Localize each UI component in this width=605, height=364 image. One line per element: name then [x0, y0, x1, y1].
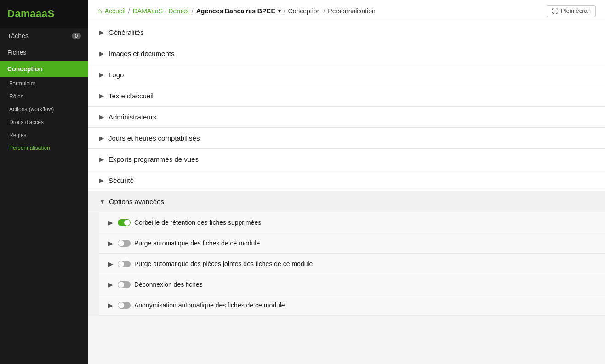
sub-label-deconnexion: Déconnexion des fiches — [134, 281, 203, 288]
breadcrumb: ⌂ Accueil / DAMAaaS - Demos / Agences Ba… — [97, 7, 376, 15]
section-group-options: ▼ Options avancées ▶ Corbeille de rétent… — [88, 191, 605, 316]
section-label-options: Options avancées — [109, 198, 164, 205]
breadcrumb-sep-2: / — [192, 7, 194, 15]
content-area: ▶ Généralités ▶ Images et documents ▶ Lo… — [88, 22, 605, 364]
section-images[interactable]: ▶ Images et documents — [88, 43, 605, 64]
toggle-purge-pj[interactable] — [118, 261, 131, 267]
chevron-right-icon: ▶ — [108, 302, 114, 309]
sub-section-purge-pj[interactable]: ▶ Purge automatique des pièces jointes d… — [99, 254, 605, 274]
chevron-right-icon: ▶ — [99, 71, 105, 78]
section-jours[interactable]: ▶ Jours et heures comptabilisés — [88, 128, 605, 149]
logo-accent: aaS — [36, 8, 55, 19]
chevron-right-icon: ▶ — [108, 240, 114, 247]
logo-main: Dama — [7, 8, 36, 19]
sidebar-sub-droits[interactable]: Droits d'accès — [0, 116, 88, 129]
sidebar-item-conception[interactable]: Conception — [0, 61, 88, 77]
section-list: ▶ Généralités ▶ Images et documents ▶ Lo… — [88, 22, 605, 316]
main-area: ⌂ Accueil / DAMAaaS - Demos / Agences Ba… — [88, 0, 605, 364]
toggle-anonymisation[interactable] — [118, 302, 131, 309]
sub-label-corbeille: Corbeille de rétention des fiches suppri… — [134, 219, 261, 226]
logo-area: DamaaaS — [0, 0, 88, 28]
toggle-purge-fiches[interactable] — [118, 240, 131, 247]
chevron-down-icon: ▼ — [99, 198, 105, 205]
sidebar-nav: Tâches 0 Fiches Conception Formulaire Rô… — [0, 28, 88, 154]
breadcrumb-sep-1: / — [128, 7, 130, 15]
dropdown-arrow-icon[interactable]: ▾ — [278, 8, 281, 14]
sub-section-corbeille[interactable]: ▶ Corbeille de rétention des fiches supp… — [99, 212, 605, 233]
chevron-right-icon: ▶ — [99, 50, 105, 57]
section-administrateurs[interactable]: ▶ Administrateurs — [88, 107, 605, 128]
section-label-administrateurs: Administrateurs — [108, 113, 156, 121]
chevron-right-icon: ▶ — [108, 281, 114, 288]
fullscreen-label: Plein écran — [561, 7, 591, 14]
sub-section-deconnexion[interactable]: ▶ Déconnexion des fiches — [99, 274, 605, 295]
sub-section-list: ▶ Corbeille de rétention des fiches supp… — [88, 212, 605, 316]
section-label-logo: Logo — [108, 71, 124, 79]
sidebar-item-taches[interactable]: Tâches 0 — [0, 28, 88, 44]
chevron-right-icon: ▶ — [99, 177, 105, 184]
chevron-right-icon: ▶ — [99, 156, 105, 163]
sidebar-label-fiches: Fiches — [7, 49, 26, 56]
breadcrumb-sep-3: / — [284, 7, 285, 15]
breadcrumb-home-link[interactable]: Accueil — [105, 7, 126, 15]
chevron-right-icon: ▶ — [99, 92, 105, 99]
toggle-deconnexion[interactable] — [118, 281, 131, 288]
section-label-images: Images et documents — [108, 50, 174, 57]
sidebar-sub-regles[interactable]: Règles — [0, 129, 88, 142]
toggle-corbeille[interactable] — [118, 219, 131, 226]
breadcrumb-demos-link[interactable]: DAMAaaS - Demos — [133, 7, 189, 15]
fullscreen-button[interactable]: ⛶ Plein écran — [547, 5, 596, 17]
section-texte[interactable]: ▶ Texte d'accueil — [88, 85, 605, 107]
sidebar-label-taches: Tâches — [7, 32, 29, 40]
section-logo[interactable]: ▶ Logo — [88, 64, 605, 85]
sidebar-label-conception: Conception — [7, 65, 43, 73]
breadcrumb-page: Personnalisation — [328, 7, 376, 15]
sub-label-purge-fiches: Purge automatique des fiches de ce modul… — [134, 239, 260, 247]
chevron-right-icon: ▶ — [99, 114, 105, 120]
section-generalites[interactable]: ▶ Généralités — [88, 22, 605, 43]
chevron-right-icon: ▶ — [108, 261, 114, 267]
sidebar-item-fiches[interactable]: Fiches — [0, 44, 88, 61]
breadcrumb-bar: ⌂ Accueil / DAMAaaS - Demos / Agences Ba… — [88, 0, 605, 22]
section-options-header[interactable]: ▼ Options avancées — [88, 191, 605, 212]
sub-label-anonymisation: Anonymisation automatique des fiches de … — [134, 301, 285, 309]
sub-label-purge-pj: Purge automatique des pièces jointes des… — [134, 260, 313, 267]
sidebar: DamaaaS Tâches 0 Fiches Conception Formu… — [0, 0, 88, 364]
sub-section-anonymisation[interactable]: ▶ Anonymisation automatique des fiches d… — [99, 295, 605, 316]
section-label-texte: Texte d'accueil — [108, 92, 154, 100]
sub-section-purge-fiches[interactable]: ▶ Purge automatique des fiches de ce mod… — [99, 233, 605, 254]
sidebar-sub-personnalisation[interactable]: Personnalisation — [0, 142, 88, 154]
chevron-right-icon: ▶ — [99, 29, 105, 36]
sidebar-sub-formulaire[interactable]: Formulaire — [0, 77, 88, 90]
section-label-securite: Sécurité — [108, 176, 134, 184]
logo: DamaaaS — [7, 8, 55, 20]
breadcrumb-app: Agences Bancaires BPCE — [196, 7, 275, 15]
section-exports[interactable]: ▶ Exports programmés de vues — [88, 149, 605, 170]
section-label-exports: Exports programmés de vues — [108, 155, 199, 163]
breadcrumb-sep-4: / — [323, 7, 325, 15]
breadcrumb-section: Conception — [288, 7, 321, 15]
section-label-generalites: Généralités — [108, 28, 144, 36]
sidebar-badge-taches: 0 — [72, 33, 81, 39]
sidebar-sub-roles[interactable]: Rôles — [0, 90, 88, 103]
section-securite[interactable]: ▶ Sécurité — [88, 170, 605, 191]
chevron-right-icon: ▶ — [99, 135, 105, 142]
chevron-right-icon: ▶ — [108, 219, 114, 226]
fullscreen-icon: ⛶ — [552, 7, 558, 15]
sidebar-sub-actions[interactable]: Actions (workflow) — [0, 103, 88, 116]
home-icon: ⌂ — [97, 7, 102, 15]
section-label-jours: Jours et heures comptabilisés — [108, 134, 200, 142]
